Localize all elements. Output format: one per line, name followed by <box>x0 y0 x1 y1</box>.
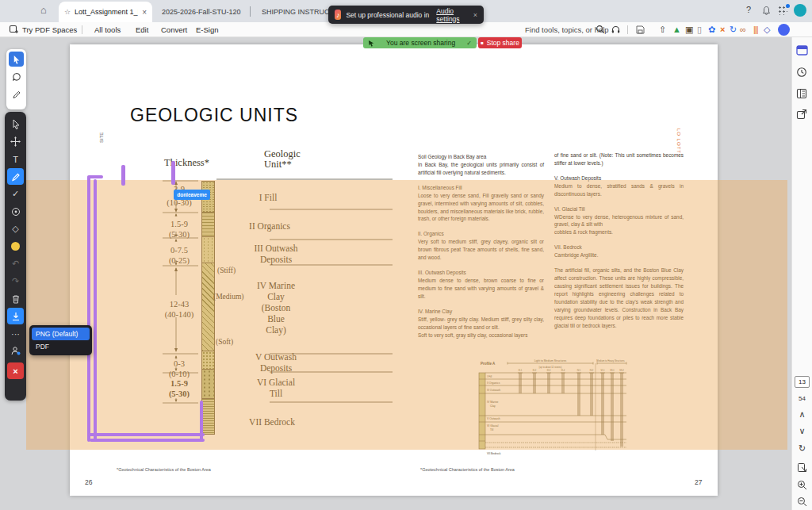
annotator-name-tag: donleaveme <box>174 190 210 200</box>
figure-stratum-label: Till <box>490 428 493 431</box>
tab-separator <box>250 6 251 17</box>
para-title: III. Outwash Deposits <box>418 269 544 277</box>
draw-tool[interactable] <box>7 168 24 185</box>
bag-extension-icon[interactable]: ▣ <box>685 25 693 35</box>
figure-bracket-label: Light to Medium Structures <box>534 359 567 362</box>
history-clock-icon[interactable] <box>796 67 807 78</box>
save-download-button[interactable] <box>7 308 24 324</box>
select-tool[interactable] <box>9 52 24 67</box>
stamp-tool[interactable] <box>7 203 24 220</box>
thickness-value: 1.5-9 <box>155 378 203 389</box>
move-tool[interactable] <box>7 133 24 150</box>
menu-edit[interactable]: Edit <box>136 25 148 34</box>
para-body: Medium to dense, stratified sands & grav… <box>554 182 684 198</box>
acrobat-avatar[interactable] <box>778 24 790 36</box>
search-icon[interactable] <box>596 25 605 34</box>
tab-active[interactable]: ☆ Lott_Assignment 1_Re... × <box>59 2 152 22</box>
audio-settings-link[interactable]: Audio settings <box>436 7 463 23</box>
page-number-input[interactable]: 13 <box>795 376 810 388</box>
undo-button[interactable]: ↶ <box>7 255 24 272</box>
export-icon[interactable] <box>797 462 807 473</box>
text-column-1: Soil Geology in Back Bay area In Back Ba… <box>418 153 544 346</box>
doc-side-label: SITE <box>99 132 104 143</box>
star-icon[interactable]: ☆ <box>64 8 71 16</box>
pile-label: III-3 <box>547 369 551 372</box>
menu-item-png[interactable]: PNG (Default) <box>32 328 90 340</box>
comment-tool[interactable] <box>9 69 24 84</box>
redo-button[interactable]: ↷ <box>7 273 24 290</box>
text-tool[interactable]: T <box>7 151 24 167</box>
screen-sharing-banner: You are screen sharing ✓ <box>363 37 477 48</box>
check-stamp-tool[interactable]: ✓ <box>7 186 24 202</box>
panel-toggle-icon[interactable] <box>796 45 808 56</box>
share-link-icon[interactable] <box>796 109 807 120</box>
zoom-in-icon[interactable] <box>797 480 807 490</box>
try-pdf-spaces-button[interactable]: Try PDF Spaces <box>22 25 77 34</box>
next-page-button[interactable]: ∨ <box>796 426 808 436</box>
figure-title: Profile A <box>481 362 496 366</box>
rotate-page-button[interactable]: ↻ <box>796 443 808 454</box>
account-avatar[interactable] <box>794 4 806 17</box>
footnote-right: *Geotechnical Characteristics of the Bos… <box>420 467 515 472</box>
pointer-tool[interactable] <box>7 116 24 132</box>
pile-label: III-4 <box>561 369 565 372</box>
para-body: Cambridge Argillite. <box>554 251 684 259</box>
bars-extension-icon[interactable]: ||| <box>753 25 758 35</box>
flower-extension-icon[interactable]: ✿ <box>708 25 715 35</box>
previous-page-button[interactable]: ∧ <box>796 409 808 420</box>
stop-share-button[interactable]: ■ Stop share <box>478 37 522 48</box>
thickness-value: 0-3 <box>155 359 203 369</box>
help-icon[interactable]: ? <box>746 5 751 14</box>
para-body: of fine sand or silt. (Note: This unit s… <box>554 151 684 167</box>
thickness-value: 0-7.5 <box>155 245 203 255</box>
audio-toast[interactable]: ♪ Set up professional audio in Audio set… <box>328 6 484 24</box>
toast-text: Set up professional audio in <box>346 11 429 19</box>
bell-icon[interactable] <box>761 6 772 16</box>
toast-close-icon[interactable]: × <box>473 11 477 19</box>
annotators-button[interactable] <box>7 343 24 359</box>
purple-pen-stroke <box>200 401 203 440</box>
tab-close-icon[interactable]: × <box>142 8 147 17</box>
save-icon[interactable] <box>635 25 645 35</box>
para-title: VII. Bedrock <box>554 243 684 251</box>
check-icon[interactable]: ✓ <box>466 40 472 47</box>
color-swatch[interactable] <box>7 238 24 255</box>
purple-pen-stroke <box>87 176 90 442</box>
unit-label: IV Marine Clay (Boston Blue Clay) <box>232 280 320 336</box>
thickness-value: 1.5-9 <box>155 219 203 229</box>
clear-trash-button[interactable] <box>7 290 24 307</box>
tab-3[interactable]: SHIPPING INSTRUCTIONS & <box>255 2 338 22</box>
pencil-tool[interactable] <box>9 86 24 102</box>
orange-x-extension-icon[interactable]: × <box>720 25 725 35</box>
diamond-extension-icon[interactable]: ◇ <box>764 25 770 35</box>
profile-figure: Profile A Light to Medium Structures (up… <box>474 357 630 458</box>
gray-extension-icon[interactable]: ▯ <box>697 25 702 35</box>
shape-tool[interactable]: ◇ <box>7 220 24 237</box>
home-icon[interactable]: ⌂ <box>40 4 47 16</box>
zoom-out-icon[interactable] <box>797 497 807 507</box>
more-options-button[interactable]: ··· <box>7 325 24 342</box>
stop-share-label: Stop share <box>487 39 519 47</box>
pdf-spaces-icon[interactable] <box>9 25 19 35</box>
headset-icon[interactable] <box>611 25 621 35</box>
page-thumbnails-icon[interactable] <box>796 88 807 99</box>
glasses-extension-icon[interactable]: ∞ <box>740 25 746 35</box>
history-extension-icon[interactable]: ↻ <box>730 25 737 35</box>
close-annotation-button[interactable]: × <box>7 362 24 379</box>
menu-esign[interactable]: E-Sign <box>196 25 219 34</box>
share-extension-icon[interactable]: ⇧ <box>659 25 666 35</box>
thickness-value: 12-43 <box>155 299 203 309</box>
menu-all-tools[interactable]: All tools <box>94 25 121 34</box>
tab-2[interactable]: 2025-2026-Fall-STU-1201-73651... <box>155 2 247 22</box>
figure-stratum-label: IV Marine <box>487 401 499 404</box>
menu-convert[interactable]: Convert <box>161 25 187 34</box>
para-title: VI. Glacial Till <box>554 205 684 213</box>
acrobat-quick-tools <box>6 49 26 109</box>
pile-label: IV-1 <box>577 369 581 372</box>
purple-pen-stroke <box>87 433 205 436</box>
green-extension-icon[interactable]: ▲ <box>672 25 681 35</box>
pile-label: VI-1 <box>601 369 605 372</box>
annotation-toolbar: T ✓ ◇ ↶ ↷ ··· × <box>5 112 26 401</box>
menu-item-pdf[interactable]: PDF <box>32 340 90 353</box>
consistency-note: (Soft) <box>216 338 233 346</box>
